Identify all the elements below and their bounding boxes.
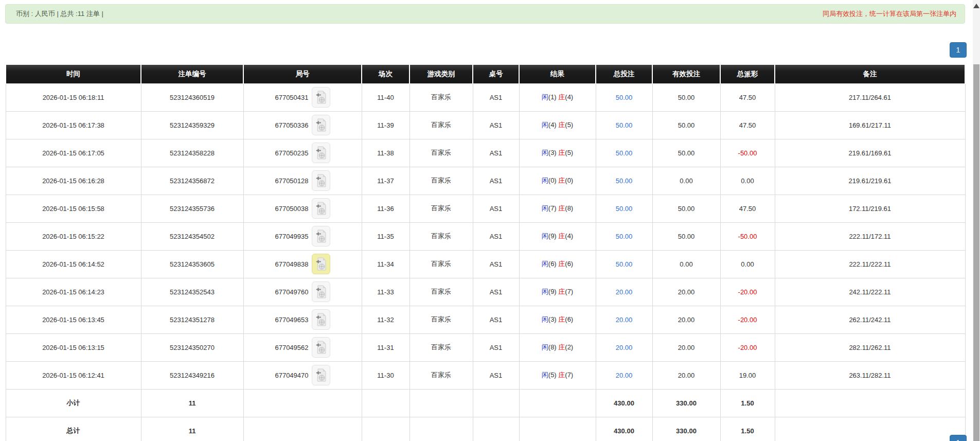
cell-valid-bet: 50.00	[652, 139, 720, 167]
betting-records-page: 币别 : 人民币 | 总共 :11 注单 | 同局有效投注，统一计算在该局第一张…	[0, 0, 980, 441]
video-replay-button[interactable]	[312, 337, 330, 358]
bet-time: 2026-01-15 06:14:52	[42, 260, 104, 268]
table-number: AS1	[490, 260, 503, 268]
vertical-scrollbar[interactable]	[973, 0, 980, 441]
video-replay-button[interactable]	[312, 254, 330, 274]
cell-time: 2026-01-15 06:18:11	[6, 83, 141, 111]
cell-table-no: AS1	[473, 195, 519, 222]
result-banker-label: 庄	[558, 177, 565, 184]
total-bet-link[interactable]: 50.00	[616, 121, 633, 129]
valid-bet-amount: 0.00	[680, 260, 692, 268]
game-type: 百家乐	[431, 232, 451, 240]
total-bet-link[interactable]: 50.00	[616, 233, 633, 240]
summary-bar: 币别 : 人民币 | 总共 :11 注单 | 同局有效投注，统一计算在该局第一张…	[5, 4, 965, 24]
cell-payout: -20.00	[720, 278, 775, 306]
table-number: AS1	[490, 121, 503, 129]
cell-bet-id: 523124360519	[141, 83, 243, 111]
bet-row[interactable]: 2026-01-15 06:12:41523124349216677049470…	[6, 361, 965, 389]
round-id: 677050431	[275, 94, 308, 101]
bet-row[interactable]: 2026-01-15 06:18:11523124360519677050431…	[6, 83, 965, 111]
cell-valid-bet: 0.00	[652, 250, 720, 278]
bet-row[interactable]: 2026-01-15 06:14:52523124353605677049838…	[6, 250, 965, 278]
cell-valid-bet: 20.00	[652, 278, 720, 306]
scroll-up-arrow-icon[interactable]	[973, 4, 979, 8]
video-replay-button[interactable]	[312, 170, 330, 191]
cell-valid-bet: 20.00	[652, 333, 720, 361]
total-bet-link[interactable]: 50.00	[616, 260, 633, 268]
total-payout: 1.50	[741, 427, 754, 435]
video-replay-icon	[315, 312, 327, 327]
total-bet-link[interactable]: 50.00	[616, 205, 633, 213]
total-bet-link[interactable]: 20.00	[616, 316, 633, 324]
cell-result: 闲(3) 庄(6)	[519, 306, 596, 333]
total-bet-link[interactable]: 50.00	[616, 177, 633, 185]
result-player-label: 闲	[542, 343, 548, 351]
table-number: AS1	[490, 177, 503, 185]
cell-total-bet: 50.00	[596, 83, 652, 111]
cell-payout: 0.00	[720, 167, 775, 195]
page-1-button-bottom[interactable]: 1	[950, 435, 967, 441]
bet-id: 523124359329	[170, 121, 215, 129]
cell-game-type: 百家乐	[409, 111, 473, 139]
cell-bet-id: 523124355736	[141, 195, 243, 222]
video-replay-button[interactable]	[312, 309, 330, 330]
video-replay-button[interactable]	[312, 365, 330, 385]
bet-row[interactable]: 2026-01-15 06:15:22523124354502677049935…	[6, 222, 965, 250]
total-bet-link[interactable]: 50.00	[616, 149, 633, 157]
video-replay-button[interactable]	[312, 198, 330, 219]
game-type: 百家乐	[431, 93, 451, 101]
cell-total-bet: 20.00	[596, 306, 652, 333]
cell-result: 闲(7) 庄(8)	[519, 195, 596, 222]
page-1-button[interactable]: 1	[950, 42, 967, 58]
video-replay-button[interactable]	[312, 87, 330, 108]
cell-total-bet: 50.00	[596, 139, 652, 167]
result-player-label: 闲	[542, 288, 548, 295]
total-bet-link[interactable]: 20.00	[616, 288, 633, 296]
video-replay-button[interactable]	[312, 143, 330, 163]
bet-time: 2026-01-15 06:16:28	[42, 177, 104, 185]
bet-id: 523124356872	[170, 177, 215, 185]
round-id: 677049935	[275, 233, 308, 240]
subtotal-row: 小计11430.00330.001.50	[6, 389, 965, 417]
bet-row[interactable]: 2026-01-15 06:17:38523124359329677050336…	[6, 111, 965, 139]
result-banker-value: (4)	[565, 93, 573, 101]
cell-remark: 282.11/262.11	[775, 333, 965, 361]
round-id: 677049838	[275, 260, 308, 268]
cell-game-type: 百家乐	[409, 139, 473, 167]
game-type: 百家乐	[431, 315, 451, 323]
total-cell-5	[473, 417, 519, 441]
result-banker-value: (7)	[565, 371, 573, 379]
cell-valid-bet: 20.00	[652, 306, 720, 333]
bet-row[interactable]: 2026-01-15 06:13:45523124351278677049653…	[6, 306, 965, 333]
bet-row[interactable]: 2026-01-15 06:13:15523124350270677049562…	[6, 333, 965, 361]
cell-result: 闲(3) 庄(5)	[519, 139, 596, 167]
bet-time: 2026-01-15 06:13:15	[42, 344, 104, 351]
video-replay-button[interactable]	[312, 115, 330, 135]
remark-balance: 217.11/264.61	[849, 94, 891, 101]
result-player-value: (3)	[548, 149, 557, 156]
total-bet-link[interactable]: 50.00	[616, 94, 633, 101]
game-type: 百家乐	[431, 149, 451, 156]
round-cell-content: 677049562	[275, 337, 330, 358]
cell-round: 677049935	[243, 222, 362, 250]
cell-result: 闲(1) 庄(4)	[519, 83, 596, 111]
round-id: 677050038	[275, 205, 308, 213]
result-player-label: 闲	[542, 204, 548, 212]
cell-bet-id: 523124359329	[141, 111, 243, 139]
video-replay-button[interactable]	[312, 226, 330, 246]
column-header-2: 局号	[243, 65, 362, 83]
total-bet-link[interactable]: 20.00	[616, 344, 633, 351]
payout-amount: 47.50	[739, 94, 756, 101]
total-bet-link[interactable]: 20.00	[616, 372, 633, 379]
scrollbar-thumb[interactable]	[973, 64, 979, 441]
bet-row[interactable]: 2026-01-15 06:15:58523124355736677050038…	[6, 195, 965, 222]
cell-game-type: 百家乐	[409, 167, 473, 195]
bet-row[interactable]: 2026-01-15 06:14:23523124352543677049760…	[6, 278, 965, 306]
video-replay-button[interactable]	[312, 281, 330, 302]
cell-game-type: 百家乐	[409, 361, 473, 389]
bet-row[interactable]: 2026-01-15 06:17:05523124358228677050235…	[6, 139, 965, 167]
bet-row[interactable]: 2026-01-15 06:16:28523124356872677050128…	[6, 167, 965, 195]
cell-valid-bet: 20.00	[652, 361, 720, 389]
result-player-value: (8)	[548, 343, 557, 351]
cell-payout: 47.50	[720, 111, 775, 139]
